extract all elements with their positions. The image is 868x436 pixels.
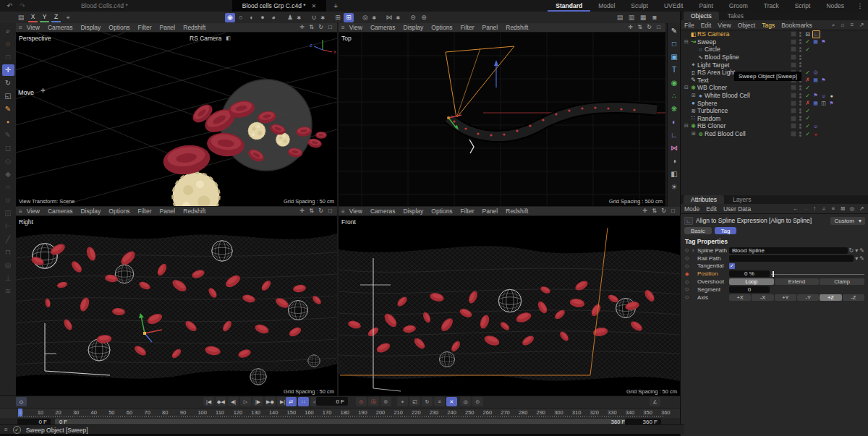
viewport-menu-view[interactable]: View [349,208,362,215]
object-row-turbulence[interactable]: ≋Turbulence✓ [681,107,868,115]
subtab-tag[interactable]: Tag [715,227,737,234]
dolly-view-icon[interactable]: ⇅ [307,24,315,32]
layer-toggle[interactable] [790,131,797,137]
viewport-menu-redshift[interactable]: Redshift [183,24,205,31]
visibility-dots[interactable] [797,93,803,98]
popout-icon[interactable]: ↗ [858,22,865,29]
overshoot-extend[interactable]: Extend [775,278,820,285]
keyframe-dot[interactable]: ◆ [685,271,692,277]
knife-tool-icon[interactable]: ╱ [2,234,14,245]
hierarchy-tool-icon[interactable]: ⊥ [2,273,14,284]
visibility-dots[interactable] [797,39,803,44]
maximize-view-icon[interactable]: □ [669,208,677,215]
dropdown-icon[interactable]: ▾ [855,247,858,254]
layout-tab-groom[interactable]: Groom [721,0,756,12]
asset-browser-icon[interactable]: ▤ [16,13,26,22]
point-edit-icon[interactable]: ▪ [2,116,14,128]
viewport-menu-display[interactable]: Display [403,24,423,31]
tab-objects[interactable]: Objects [684,12,719,20]
viewport-menu-display[interactable]: Display [80,24,101,31]
filter-icon[interactable]: ≡ [830,205,837,213]
orbit-view-icon[interactable]: ↻ [317,208,325,215]
overshoot-clamp[interactable]: Clamp [820,278,864,285]
position-slider[interactable] [771,271,864,277]
object-row-sweep[interactable]: ⊟↝Sweep✓▦⚑ [681,38,868,46]
rect-selection-icon[interactable]: □ [2,51,14,63]
rail-path-field[interactable] [729,255,854,262]
viewport-menu-filter[interactable]: Filter [138,24,152,31]
phong-tag[interactable]: ▦ [812,38,819,45]
enabled-state-icon[interactable]: ✓ [803,115,812,121]
forward-icon[interactable]: → [801,205,809,213]
sculpt-pen-icon[interactable]: ✎ [2,129,14,141]
vibrate-tag[interactable]: ☺ [812,123,819,129]
up-icon[interactable]: ↑ [811,205,818,213]
layer-toggle[interactable] [790,123,797,129]
keyframe-dot[interactable]: ◇ [685,263,692,269]
snap-tool-icon[interactable]: ⊢ [2,221,14,232]
field-tool-icon[interactable]: ◎ [2,260,14,271]
visibility-dots[interactable] [797,32,803,37]
pan-view-icon[interactable]: ✛ [298,208,306,215]
simulation-settings-icon[interactable]: ✱ [320,13,326,22]
character-settings-icon[interactable]: ✱ [296,13,302,22]
search-icon[interactable]: ⌕ [830,22,837,29]
spline-tag[interactable]: ⚑ [820,38,827,45]
flow-tool-icon[interactable]: ≋ [2,286,14,297]
keyframe-dot[interactable]: ◇ [685,279,692,285]
play-button[interactable]: ▷ [240,397,251,406]
modeling-axis-icon[interactable]: ⊜ [408,13,418,22]
object-row-wb-cloner[interactable]: ⊟❋WB Cloner✓ [681,84,868,92]
picker-icon[interactable]: ✎ [859,255,864,262]
new-tab-button[interactable]: + [333,2,338,10]
axis-options-icon[interactable]: ⊛ [419,13,429,22]
phong-tag[interactable]: ▦ [812,100,819,106]
layout-overflow-icon[interactable]: ⋮ [855,1,865,11]
axis-plus-x[interactable]: +X [729,294,751,301]
perspective-canvas[interactable]: X Z Perspective RS Camera ◧ Move ✛ View … [16,33,337,206]
dolly-view-icon[interactable]: ⇅ [307,208,315,215]
visibility-dots[interactable] [797,116,803,121]
enabled-state-icon[interactable]: ✗ [803,77,812,83]
visibility-dots[interactable] [797,85,803,90]
back-icon[interactable]: ← [792,205,799,213]
visibility-dots[interactable] [797,62,803,67]
axis-lock-x[interactable]: X [28,12,38,22]
pan-view-icon[interactable]: ✛ [298,24,306,32]
viewport-menu-options[interactable]: Options [109,24,129,31]
axis-plus-y[interactable]: +Y [775,294,796,301]
layout-tab-nodes[interactable]: Nodes [818,0,852,12]
extrude-tool-icon[interactable]: ⊓ [2,247,14,258]
visibility-dots[interactable] [797,124,803,129]
maximize-view-icon[interactable]: □ [655,24,663,32]
spline-tag[interactable]: ⚑ [820,77,827,83]
viewport-menu-redshift[interactable]: Redshift [506,208,528,215]
visibility-dots[interactable] [797,132,803,137]
add-keyframe-button[interactable]: ◇ [16,397,27,406]
expand-arrow[interactable]: › [692,248,697,253]
coordinate-system-icon[interactable]: ⌖ [63,13,73,22]
active-camera-label[interactable]: RS Camera ◧ [190,35,231,42]
axis-lock-z[interactable]: Z [51,12,61,22]
render-picture-viewer-icon[interactable]: ▥ [626,13,637,22]
axis-lock-y[interactable]: Y [40,12,49,22]
viewport-menu-icon[interactable]: ≡ [341,25,345,31]
layout-tab-script[interactable]: Script [787,0,819,12]
record-parameter-button[interactable]: ≡ [434,397,445,406]
weight-tool-icon[interactable]: ◫ [2,208,14,219]
enabled-state-icon[interactable]: ✓ [803,123,812,129]
doc-tab-blood-cells-grp[interactable]: Blood cells Grp C.c4d * ✕ [232,0,327,12]
viewport-menu-icon[interactable]: ≡ [19,25,22,31]
layer-toggle[interactable] [790,93,797,98]
objects-menu-tags[interactable]: Tags [762,22,775,29]
grid-snap-on-icon[interactable]: ⊞ [344,13,354,22]
rotate-tool-icon[interactable]: ↻ [2,77,14,89]
light-tag[interactable]: ◎ [812,69,819,76]
viewport-menu-display[interactable]: Display [403,208,423,215]
subtab-basic[interactable]: Basic [684,227,712,234]
viewport-menu-filter[interactable]: Filter [461,24,475,31]
solo-hierarchy-icon[interactable]: ◐ [247,13,257,22]
enabled-state-icon[interactable]: ✗ [803,100,812,106]
layout-tab-uvedit[interactable]: UVEdit [656,0,691,12]
prev-key-button[interactable]: ◆◀ [216,397,226,406]
